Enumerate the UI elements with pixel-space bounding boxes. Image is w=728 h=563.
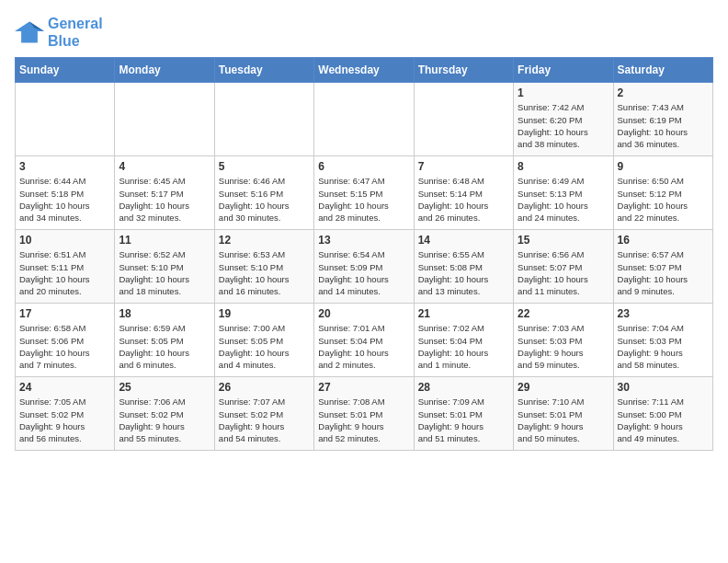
- calendar-cell: [414, 83, 513, 156]
- calendar-cell: 9Sunrise: 6:50 AM Sunset: 5:12 PM Daylig…: [613, 156, 712, 230]
- header-day: Friday: [514, 58, 613, 83]
- calendar-cell: [115, 83, 214, 156]
- calendar-cell: 22Sunrise: 7:03 AM Sunset: 5:03 PM Dayli…: [514, 304, 613, 377]
- day-info: Sunrise: 7:01 AM Sunset: 5:04 PM Dayligh…: [318, 322, 409, 371]
- calendar-cell: 25Sunrise: 7:06 AM Sunset: 5:02 PM Dayli…: [115, 377, 214, 451]
- day-info: Sunrise: 7:08 AM Sunset: 5:01 PM Dayligh…: [318, 396, 409, 444]
- calendar-cell: 14Sunrise: 6:55 AM Sunset: 5:08 PM Dayli…: [414, 230, 513, 304]
- day-number: 17: [19, 307, 110, 320]
- calendar-cell: 27Sunrise: 7:08 AM Sunset: 5:01 PM Dayli…: [314, 377, 414, 451]
- day-number: 19: [219, 307, 310, 320]
- day-number: 7: [418, 160, 509, 173]
- calendar-cell: 16Sunrise: 6:57 AM Sunset: 5:07 PM Dayli…: [613, 230, 712, 304]
- calendar-cell: 1Sunrise: 7:42 AM Sunset: 6:20 PM Daylig…: [514, 83, 613, 156]
- calendar-cell: 5Sunrise: 6:46 AM Sunset: 5:16 PM Daylig…: [214, 156, 313, 230]
- calendar-cell: 17Sunrise: 6:58 AM Sunset: 5:06 PM Dayli…: [16, 304, 115, 377]
- day-number: 29: [518, 381, 609, 394]
- day-number: 2: [618, 86, 709, 99]
- page-header: General Blue: [15, 15, 713, 50]
- day-info: Sunrise: 6:59 AM Sunset: 5:05 PM Dayligh…: [119, 322, 210, 371]
- day-number: 14: [418, 234, 509, 247]
- calendar-cell: [314, 83, 414, 156]
- day-number: 12: [219, 234, 310, 247]
- day-info: Sunrise: 6:49 AM Sunset: 5:13 PM Dayligh…: [518, 175, 609, 224]
- day-number: 13: [318, 234, 409, 247]
- calendar-cell: 18Sunrise: 6:59 AM Sunset: 5:05 PM Dayli…: [115, 304, 214, 377]
- calendar-week-row: 1Sunrise: 7:42 AM Sunset: 6:20 PM Daylig…: [16, 83, 713, 156]
- day-info: Sunrise: 6:53 AM Sunset: 5:10 PM Dayligh…: [219, 248, 310, 297]
- day-number: 24: [19, 381, 110, 394]
- day-number: 5: [219, 160, 310, 173]
- day-number: 4: [119, 160, 210, 173]
- day-number: 27: [318, 381, 409, 394]
- calendar-cell: 2Sunrise: 7:43 AM Sunset: 6:19 PM Daylig…: [613, 83, 712, 156]
- calendar-cell: 11Sunrise: 6:52 AM Sunset: 5:10 PM Dayli…: [115, 230, 214, 304]
- day-number: 9: [618, 160, 709, 173]
- calendar-cell: 19Sunrise: 7:00 AM Sunset: 5:05 PM Dayli…: [214, 304, 313, 377]
- day-number: 26: [219, 381, 310, 394]
- day-number: 23: [618, 307, 709, 320]
- header-day: Monday: [115, 58, 214, 83]
- logo: General Blue: [15, 15, 103, 50]
- day-info: Sunrise: 7:02 AM Sunset: 5:04 PM Dayligh…: [418, 322, 509, 371]
- day-info: Sunrise: 7:09 AM Sunset: 5:01 PM Dayligh…: [418, 396, 509, 444]
- day-info: Sunrise: 7:06 AM Sunset: 5:02 PM Dayligh…: [119, 396, 210, 444]
- day-info: Sunrise: 6:44 AM Sunset: 5:18 PM Dayligh…: [19, 175, 110, 224]
- day-number: 18: [119, 307, 210, 320]
- calendar-cell: [214, 83, 313, 156]
- day-number: 1: [518, 86, 609, 99]
- day-info: Sunrise: 7:05 AM Sunset: 5:02 PM Dayligh…: [19, 396, 110, 444]
- calendar-cell: 21Sunrise: 7:02 AM Sunset: 5:04 PM Dayli…: [414, 304, 513, 377]
- calendar-week-row: 24Sunrise: 7:05 AM Sunset: 5:02 PM Dayli…: [16, 377, 713, 451]
- calendar-cell: 30Sunrise: 7:11 AM Sunset: 5:00 PM Dayli…: [613, 377, 712, 451]
- calendar-cell: 29Sunrise: 7:10 AM Sunset: 5:01 PM Dayli…: [514, 377, 613, 451]
- calendar-cell: 8Sunrise: 6:49 AM Sunset: 5:13 PM Daylig…: [514, 156, 613, 230]
- header-day: Tuesday: [214, 58, 313, 83]
- day-info: Sunrise: 6:46 AM Sunset: 5:16 PM Dayligh…: [219, 175, 310, 224]
- calendar-cell: 7Sunrise: 6:48 AM Sunset: 5:14 PM Daylig…: [414, 156, 513, 230]
- day-number: 8: [518, 160, 609, 173]
- calendar-cell: [16, 83, 115, 156]
- day-info: Sunrise: 7:07 AM Sunset: 5:02 PM Dayligh…: [219, 396, 310, 444]
- day-info: Sunrise: 7:04 AM Sunset: 5:03 PM Dayligh…: [618, 322, 709, 371]
- calendar-cell: 28Sunrise: 7:09 AM Sunset: 5:01 PM Dayli…: [414, 377, 513, 451]
- calendar-cell: 23Sunrise: 7:04 AM Sunset: 5:03 PM Dayli…: [613, 304, 712, 377]
- day-info: Sunrise: 6:50 AM Sunset: 5:12 PM Dayligh…: [618, 175, 709, 224]
- day-info: Sunrise: 6:58 AM Sunset: 5:06 PM Dayligh…: [19, 322, 110, 371]
- day-info: Sunrise: 7:43 AM Sunset: 6:19 PM Dayligh…: [618, 101, 709, 150]
- day-info: Sunrise: 6:57 AM Sunset: 5:07 PM Dayligh…: [618, 248, 709, 297]
- day-info: Sunrise: 7:10 AM Sunset: 5:01 PM Dayligh…: [518, 396, 609, 444]
- day-info: Sunrise: 6:45 AM Sunset: 5:17 PM Dayligh…: [119, 175, 210, 224]
- header-row: SundayMondayTuesdayWednesdayThursdayFrid…: [16, 58, 713, 83]
- calendar-week-row: 10Sunrise: 6:51 AM Sunset: 5:11 PM Dayli…: [16, 230, 713, 304]
- header-day: Saturday: [613, 58, 712, 83]
- day-info: Sunrise: 6:56 AM Sunset: 5:07 PM Dayligh…: [518, 248, 609, 297]
- calendar-week-row: 3Sunrise: 6:44 AM Sunset: 5:18 PM Daylig…: [16, 156, 713, 230]
- day-number: 10: [19, 234, 110, 247]
- day-number: 11: [119, 234, 210, 247]
- day-info: Sunrise: 6:51 AM Sunset: 5:11 PM Dayligh…: [19, 248, 110, 297]
- logo-text: General Blue: [48, 15, 103, 50]
- header-day: Wednesday: [314, 58, 414, 83]
- day-info: Sunrise: 7:11 AM Sunset: 5:00 PM Dayligh…: [618, 396, 709, 444]
- calendar-cell: 10Sunrise: 6:51 AM Sunset: 5:11 PM Dayli…: [16, 230, 115, 304]
- day-number: 3: [19, 160, 110, 173]
- day-info: Sunrise: 7:42 AM Sunset: 6:20 PM Dayligh…: [518, 101, 609, 150]
- calendar-cell: 6Sunrise: 6:47 AM Sunset: 5:15 PM Daylig…: [314, 156, 414, 230]
- day-number: 16: [618, 234, 709, 247]
- day-info: Sunrise: 6:47 AM Sunset: 5:15 PM Dayligh…: [318, 175, 409, 224]
- day-number: 28: [418, 381, 509, 394]
- calendar-cell: 3Sunrise: 6:44 AM Sunset: 5:18 PM Daylig…: [16, 156, 115, 230]
- day-info: Sunrise: 6:54 AM Sunset: 5:09 PM Dayligh…: [318, 248, 409, 297]
- calendar-cell: 4Sunrise: 6:45 AM Sunset: 5:17 PM Daylig…: [115, 156, 214, 230]
- header-day: Thursday: [414, 58, 513, 83]
- calendar-table: SundayMondayTuesdayWednesdayThursdayFrid…: [15, 57, 713, 451]
- calendar-cell: 15Sunrise: 6:56 AM Sunset: 5:07 PM Dayli…: [514, 230, 613, 304]
- day-number: 15: [518, 234, 609, 247]
- day-info: Sunrise: 6:55 AM Sunset: 5:08 PM Dayligh…: [418, 248, 509, 297]
- day-number: 21: [418, 307, 509, 320]
- day-number: 25: [119, 381, 210, 394]
- day-number: 22: [518, 307, 609, 320]
- calendar-cell: 26Sunrise: 7:07 AM Sunset: 5:02 PM Dayli…: [214, 377, 313, 451]
- calendar-cell: 13Sunrise: 6:54 AM Sunset: 5:09 PM Dayli…: [314, 230, 414, 304]
